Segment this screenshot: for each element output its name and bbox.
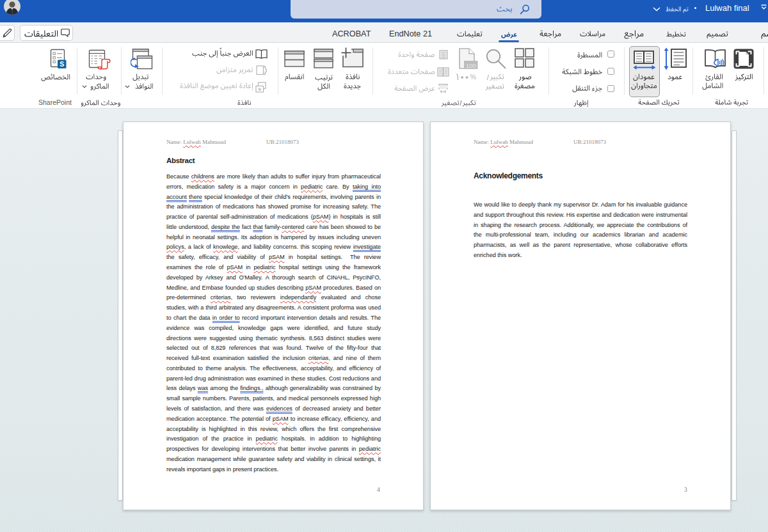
svg-text:100: 100	[466, 62, 476, 69]
svg-text:S: S	[60, 60, 64, 68]
